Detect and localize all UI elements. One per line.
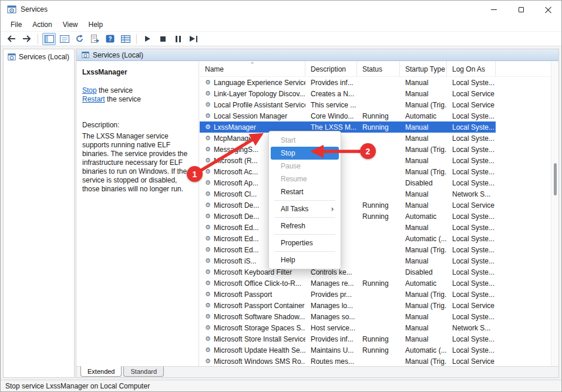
service-row-microsoft-windows-sms-ro[interactable]: ⚙Microsoft Windows SMS Ro...Routes mes..… [200, 356, 496, 366]
service-name: Microsoft Update Health Se... [214, 346, 305, 354]
tree-item-services-local[interactable]: Services (Local) [4, 49, 74, 61]
service-name-cell: ⚙Local Profile Assistant Service [200, 101, 305, 109]
service-row-local-session-manager[interactable]: ⚙Local Session ManagerCore Windo...Runni… [200, 110, 496, 121]
service-logon-cell: Local Service [447, 101, 496, 109]
forward-button[interactable] [20, 33, 33, 45]
service-row-microsoft-ed[interactable]: ⚙Microsoft Ed...Automatic (...Local Syst… [200, 233, 496, 244]
menu-file[interactable]: File [5, 19, 27, 31]
service-row-link-layer-topology-discov[interactable]: ⚙Link-Layer Topology Discov...Creates a … [200, 88, 496, 99]
service-row-messagings[interactable]: ⚙MessagingS...Manual (Trig...Local Syste… [200, 144, 496, 155]
status-text: Stop service LxssManager on Local Comput… [5, 382, 150, 390]
context-menu-item-restart[interactable]: Restart [271, 185, 339, 198]
service-name: Microsoft Ac... [214, 168, 258, 176]
service-logon-cell: Local Service [447, 302, 496, 310]
service-name-cell: ⚙Local Session Manager [200, 112, 305, 120]
service-row-microsoft-is[interactable]: ⚙Microsoft iS...ManualLocal Syste... [200, 255, 496, 266]
list-view-button[interactable] [119, 33, 132, 45]
minimize-button[interactable] [480, 1, 507, 18]
export-list-icon [90, 35, 99, 43]
service-gear-icon: ⚙ [205, 269, 211, 275]
service-name-cell: ⚙Microsoft Storage Spaces S... [200, 324, 305, 332]
service-startup-cell: Manual [400, 224, 447, 232]
help-button[interactable]: ? [103, 33, 117, 45]
column-header-status[interactable]: Status [357, 61, 400, 76]
service-status-cell: Running [357, 123, 400, 131]
service-name-cell: ⚙Link-Layer Topology Discov... [200, 90, 305, 98]
service-gear-icon: ⚙ [205, 135, 211, 141]
submenu-arrow-icon: › [331, 204, 334, 213]
service-row-local-profile-assistant-service[interactable]: ⚙Local Profile Assistant ServiceThis ser… [200, 99, 496, 110]
service-status-cell: Running [357, 279, 400, 288]
properties-pane-button[interactable] [58, 33, 71, 45]
stop-service-link[interactable]: Stop [82, 86, 97, 94]
service-name: Microsoft iS... [214, 257, 257, 265]
column-header-startup-type[interactable]: Startup Type [400, 61, 447, 76]
service-row-microsoft-passport[interactable]: ⚙Microsoft PassportProvides pr...Manual … [200, 289, 496, 300]
export-list-button[interactable] [88, 33, 102, 45]
close-button[interactable] [534, 1, 561, 18]
menu-view[interactable]: View [58, 19, 83, 31]
service-row-microsoft-ac[interactable]: ⚙Microsoft Ac...Manual (Trig...Local Sys… [200, 166, 496, 177]
service-logon-cell: Local Syste... [447, 290, 496, 299]
service-row-microsoft-de[interactable]: ⚙Microsoft De...RunningAutomaticLocal Sy… [200, 211, 496, 222]
tab-standard[interactable]: Standard [123, 367, 164, 377]
service-row-microsoft-cl[interactable]: ⚙Microsoft Cl...ManualNetwork S... [200, 188, 496, 200]
service-row-microsoft-office-click-to-r[interactable]: ⚙Microsoft Office Click-to-R...Manages r… [200, 278, 496, 289]
tab-row: ExtendedStandard [76, 366, 558, 377]
menu-action[interactable]: Action [27, 19, 57, 31]
service-row-mcpmanage[interactable]: ⚙McpManage...ManualLocal Syste... [200, 133, 496, 144]
stop-service-button[interactable] [156, 33, 170, 45]
service-desc-cell: Routes mes... [305, 357, 357, 366]
start-service-button[interactable] [141, 33, 154, 45]
scrollbar-thumb[interactable] [554, 163, 557, 195]
extended-description-pane: LxssManager Stop the service Restart the… [76, 61, 199, 366]
column-header-log-on-as[interactable]: Log On As [447, 61, 496, 76]
pause-service-button[interactable] [171, 33, 185, 45]
service-row-microsoft-software-shadow[interactable]: ⚙Microsoft Software Shadow...Manages so.… [200, 311, 496, 322]
tab-extended[interactable]: Extended [80, 366, 122, 377]
service-startup-cell: Manual [400, 190, 447, 198]
service-row-microsoft-keyboard-filter[interactable]: ⚙Microsoft Keyboard FilterControls ke...… [200, 266, 496, 278]
service-row-microsoft-passport-container[interactable]: ⚙Microsoft Passport ContainerManages lo.… [200, 300, 496, 311]
back-button[interactable] [5, 33, 18, 45]
service-row-microsoft-de[interactable]: ⚙Microsoft De...RunningManualLocal Servi… [200, 200, 496, 211]
service-row-microsoft-r[interactable]: ⚙Microsoft (R...ManualLocal Syste... [200, 155, 496, 166]
refresh-button[interactable] [73, 33, 86, 45]
service-logon-cell: Local Syste... [447, 123, 496, 131]
service-startup-cell: Manual [400, 90, 447, 98]
maximize-button[interactable] [507, 1, 534, 18]
properties-pane-icon [60, 35, 69, 43]
restart-service-button[interactable] [187, 33, 200, 45]
selected-service-name: LxssManager [82, 68, 194, 76]
service-row-microsoft-store-install-service[interactable]: ⚙Microsoft Store Install ServiceProvides… [200, 333, 496, 344]
service-row-microsoft-ed[interactable]: ⚙Microsoft Ed...ManualLocal Syste... [200, 222, 496, 233]
context-menu-item-help[interactable]: Help [271, 254, 339, 266]
show-console-tree-button[interactable] [42, 33, 56, 45]
service-row-language-experience-service[interactable]: ⚙Language Experience ServiceProvides inf… [200, 77, 496, 88]
window-title: Services [21, 1, 48, 18]
restart-service-link[interactable]: Restart [82, 95, 105, 103]
service-startup-cell: Manual (Trig... [400, 101, 447, 109]
service-row-microsoft-ed[interactable]: ⚙Microsoft Ed...Manual (Trig...Local Sys… [200, 244, 496, 255]
service-name: Microsoft Ed... [214, 224, 259, 232]
vertical-scrollbar[interactable] [551, 61, 558, 366]
service-name-cell: ⚙Microsoft Windows SMS Ro... [200, 357, 305, 366]
service-name: Local Profile Assistant Service [214, 101, 305, 109]
context-menu-item-stop[interactable]: Stop [271, 147, 339, 160]
service-logon-cell: Local Syste... [447, 179, 496, 187]
context-menu-item-refresh[interactable]: Refresh [271, 219, 339, 232]
context-menu-item-properties[interactable]: Properties [271, 236, 339, 249]
service-name-cell: ⚙Microsoft Office Click-to-R... [200, 279, 305, 288]
service-startup-cell: Manual [400, 134, 447, 143]
context-menu-item-all-tasks[interactable]: All Tasks› [271, 202, 339, 215]
column-header-name[interactable]: Name^ [200, 61, 305, 76]
menu-help[interactable]: Help [83, 19, 109, 31]
service-name-cell: ⚙LxssManager [200, 123, 305, 131]
column-header-description[interactable]: Description [305, 61, 357, 76]
service-logon-cell: Local Service [447, 357, 496, 366]
service-row-microsoft-ap[interactable]: ⚙Microsoft Ap...DisabledLocal Syste... [200, 177, 496, 188]
service-row-microsoft-storage-spaces-s[interactable]: ⚙Microsoft Storage Spaces S...Host servi… [200, 322, 496, 333]
service-row-lxssmanager[interactable]: ⚙LxssManagerThe LXSS M...RunningManualLo… [200, 121, 496, 133]
service-row-microsoft-update-health-se[interactable]: ⚙Microsoft Update Health Se...Maintains … [200, 344, 496, 356]
service-status-cell: Running [357, 212, 400, 221]
